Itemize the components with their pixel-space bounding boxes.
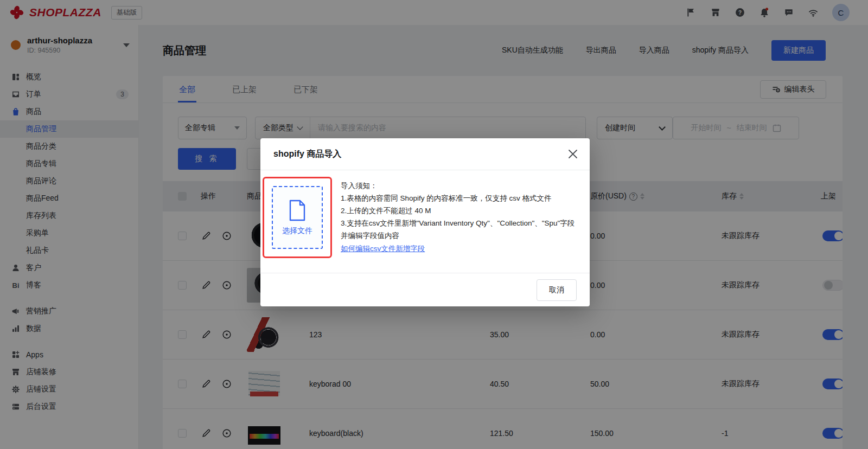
choose-file-button[interactable]: 选择文件 [272, 186, 323, 249]
choose-file-label: 选择文件 [282, 226, 312, 236]
close-icon[interactable] [567, 148, 579, 160]
notice-line: 1.表格的内容需同 Shopify 的内容标准一致，仅支持 csv 格式文件 [341, 192, 577, 204]
import-notice: 导入须知： 1.表格的内容需同 Shopify 的内容标准一致，仅支持 csv … [341, 179, 577, 255]
csv-help-link[interactable]: 如何编辑csv文件新增字段 [341, 242, 425, 255]
cancel-button[interactable]: 取消 [537, 279, 577, 301]
dialog-title: shopify 商品导入 [273, 149, 341, 160]
notice-line: 2.上传的文件不能超过 40 M [341, 204, 577, 217]
shopify-import-dialog: shopify 商品导入 选择文件 导入须知： 1.表格的内容需同 Shopif… [260, 138, 590, 306]
notice-title: 导入须知： [341, 179, 577, 192]
notice-line: 3.支持在csv文件里新增"Variant Inventory Qty"、"Co… [341, 217, 577, 242]
annotation-highlight-box: 选择文件 [263, 177, 332, 258]
file-icon [289, 200, 306, 221]
